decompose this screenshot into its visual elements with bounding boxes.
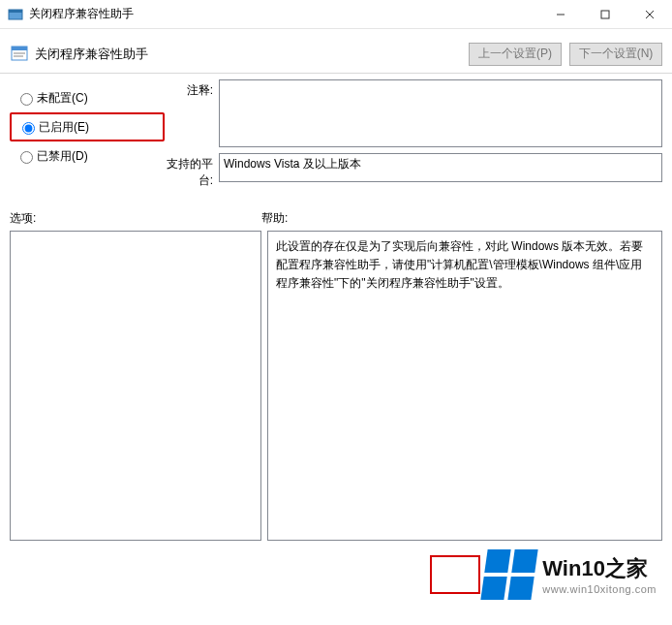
platform-row: 支持的平台: [165, 153, 662, 189]
app-icon [8, 7, 23, 22]
fields-column: 注释: 支持的平台: [165, 79, 662, 195]
platform-textarea [219, 153, 662, 182]
comment-row: 注释: [165, 79, 662, 147]
windows-logo-icon [481, 549, 538, 600]
panel-labels: 选项: 帮助: [0, 201, 672, 231]
title-bar: 关闭程序兼容性助手 [0, 0, 672, 29]
policy-header: 关闭程序兼容性助手 上一个设置(P) 下一个设置(N) [0, 29, 672, 74]
radio-not-configured-input[interactable] [20, 93, 33, 106]
svg-rect-7 [12, 47, 27, 50]
policy-title: 关闭程序兼容性助手 [35, 46, 461, 63]
previous-setting-button[interactable]: 上一个设置(P) [469, 43, 562, 66]
watermark-url: www.win10xitong.com [542, 583, 657, 595]
radio-enabled-label: 已启用(E) [39, 119, 89, 136]
window-controls [538, 0, 672, 28]
maximize-button[interactable] [583, 0, 627, 28]
radio-disabled[interactable]: 已禁用(D) [10, 141, 165, 171]
svg-rect-1 [9, 10, 22, 13]
radio-disabled-label: 已禁用(D) [37, 148, 88, 165]
highlight-box [430, 555, 480, 594]
options-panel[interactable] [10, 231, 261, 541]
options-label: 选项: [10, 210, 261, 227]
config-section: 未配置(C) 已启用(E) 已禁用(D) 注释: 支持的平台: [0, 74, 672, 201]
radio-disabled-input[interactable] [20, 151, 33, 164]
help-panel: 此设置的存在仅是为了实现后向兼容性，对此 Windows 版本无效。若要配置程序… [267, 231, 662, 541]
radio-not-configured-label: 未配置(C) [37, 90, 88, 107]
next-setting-button[interactable]: 下一个设置(N) [569, 43, 662, 66]
policy-icon [10, 45, 29, 64]
window-title: 关闭程序兼容性助手 [29, 6, 538, 22]
watermark-brand: Win10之家 [542, 554, 657, 583]
watermark: Win10之家 www.win10xitong.com [484, 549, 657, 600]
help-label: 帮助: [261, 210, 288, 227]
radio-enabled-input[interactable] [22, 122, 35, 135]
radio-enabled[interactable]: 已启用(E) [10, 112, 165, 141]
watermark-text: Win10之家 www.win10xitong.com [542, 554, 657, 595]
radio-group: 未配置(C) 已启用(E) 已禁用(D) [10, 79, 165, 195]
platform-label: 支持的平台: [165, 153, 219, 189]
close-button[interactable] [627, 0, 672, 28]
svg-rect-3 [601, 11, 609, 18]
comment-textarea[interactable] [219, 79, 662, 147]
minimize-button[interactable] [538, 0, 583, 28]
radio-not-configured[interactable]: 未配置(C) [10, 83, 165, 112]
comment-label: 注释: [165, 79, 219, 147]
panels-row: 此设置的存在仅是为了实现后向兼容性，对此 Windows 版本无效。若要配置程序… [0, 231, 672, 550]
